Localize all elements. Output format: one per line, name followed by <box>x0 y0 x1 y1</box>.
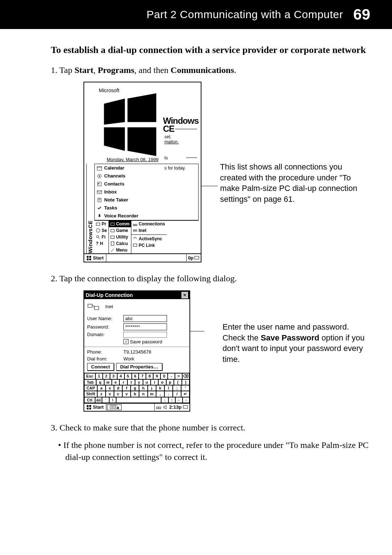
osk-key[interactable]: t <box>127 379 135 385</box>
calc-icon <box>110 241 115 246</box>
osk-key[interactable]: b <box>131 391 139 397</box>
osk-key[interactable]: Tab <box>84 379 96 385</box>
osk-key[interactable]: áü <box>95 397 102 403</box>
sm-se[interactable]: Se <box>94 227 109 234</box>
connect-button[interactable]: Connect <box>87 363 114 371</box>
sound-tray-icon <box>163 405 168 410</box>
osk-key[interactable]: q <box>96 379 104 385</box>
sm-fi[interactable]: Fi <box>94 234 109 240</box>
osk-key[interactable]: ' <box>181 385 189 391</box>
osk-key[interactable]: v <box>122 391 131 397</box>
sm-activesync[interactable]: ActiveSync <box>131 236 167 242</box>
osk-key[interactable]: i <box>151 379 158 385</box>
osk-key[interactable]: ← <box>175 397 182 403</box>
sm-game[interactable]: Game <box>109 227 131 234</box>
osk-key[interactable]: m <box>148 391 156 397</box>
desktop-icon[interactable] <box>194 256 199 261</box>
osk-key[interactable] <box>116 397 161 403</box>
sm-menu[interactable]: Menu <box>109 247 131 253</box>
menu-tasks[interactable]: Tasks <box>95 204 198 212</box>
osk-key[interactable]: r <box>119 379 127 385</box>
step1-communications: Communications <box>171 65 234 75</box>
taskbar-sip-button[interactable]: ▴ <box>107 404 122 410</box>
osk-key[interactable]: ↓ <box>161 397 168 403</box>
onscreen-keyboard: Esc1234567890-=⌫ Tabqwertyuiop[] CAPasdf… <box>84 373 189 403</box>
osk-key[interactable]: 8 <box>146 373 153 379</box>
save-password-checkbox[interactable]: ✓ <box>123 339 128 344</box>
osk-key[interactable]: e <box>112 379 119 385</box>
osk-key[interactable]: Ctl <box>84 397 95 403</box>
sm-calcu[interactable]: Calcu <box>109 240 131 247</box>
sm-pclink[interactable]: PC Link <box>131 242 167 249</box>
osk-key[interactable]: n <box>139 391 147 397</box>
osk-key[interactable]: j <box>148 385 156 391</box>
osk-key[interactable]: p <box>166 379 174 385</box>
sm-connections[interactable]: Connections <box>131 221 167 227</box>
osk-key[interactable]: 4 <box>117 373 124 379</box>
osk-key[interactable]: 0 <box>160 373 168 379</box>
osk-key[interactable]: g <box>131 385 139 391</box>
menu-voicerecorder[interactable]: Voice Recorder <box>95 212 198 220</box>
password-field[interactable]: ******** <box>123 323 167 330</box>
sm-fi-label: Fi <box>102 234 106 240</box>
step1-prefix: 1. Tap <box>51 65 74 75</box>
osk-key[interactable]: ] <box>182 379 189 385</box>
osk-key[interactable]: / <box>173 391 181 397</box>
osk-key[interactable]: u <box>143 379 151 385</box>
dial-properties-button[interactable]: Dial Properties… <box>116 363 162 371</box>
osk-key[interactable]: y <box>135 379 143 385</box>
menu-contacts[interactable]: Contacts <box>95 180 198 188</box>
desktop-tray-icon[interactable] <box>183 405 188 410</box>
osk-key[interactable]: d <box>114 385 122 391</box>
sm-pr[interactable]: Pr <box>94 221 109 227</box>
osk-key[interactable]: x <box>106 391 114 397</box>
osk-key[interactable]: → <box>183 397 189 403</box>
osk-key[interactable]: l <box>164 385 173 391</box>
osk-key[interactable]: 1 <box>95 373 103 379</box>
osk-key[interactable]: c <box>114 391 122 397</box>
osk-key[interactable]: ↑ <box>168 397 175 403</box>
osk-key[interactable]: 5 <box>124 373 132 379</box>
close-button[interactable]: × <box>181 292 188 298</box>
menu-inbox[interactable]: Inbox <box>95 188 198 196</box>
sm-comm[interactable]: Comm <box>109 221 131 227</box>
menu-notetaker[interactable]: Note Taker <box>95 196 198 204</box>
svg-rect-20 <box>135 224 137 226</box>
osk-key[interactable]: \ <box>109 397 116 403</box>
osk-key[interactable]: - <box>168 373 175 379</box>
osk-key[interactable]: ↵ <box>181 391 189 397</box>
osk-key[interactable]: f <box>122 385 131 391</box>
sm-inet[interactable]: Inet <box>131 227 167 234</box>
menu-channels[interactable]: Channels <box>95 172 198 180</box>
osk-key[interactable]: 3 <box>110 373 117 379</box>
osk-key[interactable]: a <box>97 385 106 391</box>
username-field[interactable]: abc <box>123 315 167 322</box>
osk-key[interactable]: Esc <box>84 373 95 379</box>
osk-key[interactable]: , <box>156 391 164 397</box>
osk-key[interactable]: o <box>158 379 166 385</box>
osk-key[interactable]: z <box>97 391 106 397</box>
domain-field[interactable] <box>123 332 167 338</box>
osk-key[interactable]: h <box>139 385 147 391</box>
osk-key[interactable]: Shift <box>84 391 97 397</box>
osk-key[interactable]: 6 <box>132 373 139 379</box>
osk-key[interactable]: [ <box>174 379 181 385</box>
osk-key[interactable]: ; <box>173 385 181 391</box>
osk-key[interactable]: ` <box>102 397 109 403</box>
osk-key[interactable]: = <box>175 373 182 379</box>
osk-key[interactable]: 7 <box>139 373 146 379</box>
osk-key[interactable]: . <box>164 391 173 397</box>
svg-rect-21 <box>133 230 135 231</box>
osk-key[interactable]: k <box>156 385 164 391</box>
start-button-2[interactable]: Start <box>84 404 106 411</box>
sm-h[interactable]: ?H <box>94 240 109 247</box>
start-button[interactable]: Start <box>84 254 106 262</box>
osk-key[interactable]: s <box>106 385 114 391</box>
sm-utility[interactable]: Utility <box>109 234 131 240</box>
osk-key[interactable]: CAP <box>84 385 97 391</box>
osk-key[interactable]: 9 <box>153 373 160 379</box>
osk-key[interactable]: ⌫ <box>182 373 189 379</box>
sm-menu-label: Menu <box>116 248 127 253</box>
osk-key[interactable]: 2 <box>103 373 110 379</box>
osk-key[interactable]: w <box>104 379 112 385</box>
